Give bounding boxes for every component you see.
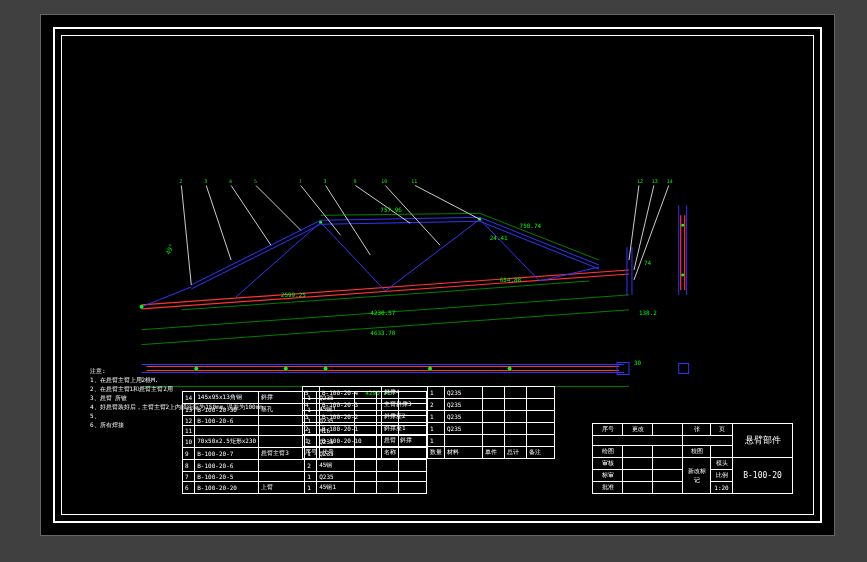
note-1: 1、在悬臂主臂上用2根M.: [90, 375, 450, 384]
svg-text:4: 4: [229, 178, 232, 184]
drawing-border-inner: 2 3 4 5 7 3 9 10 11 12 13 14 757.96 750.…: [61, 35, 814, 515]
bom-table-lower: 14145x95x13角钢斜撑1Q23513B-100-20-30基孔145钢1…: [182, 391, 427, 494]
bom-row: 12B-100-20-61Q235: [183, 416, 427, 426]
rev-mark-label: 新改标记: [683, 458, 711, 494]
dim-h3: 24.41: [490, 234, 508, 241]
svg-point-22: [508, 367, 512, 371]
svg-point-1: [319, 221, 322, 224]
svg-text:9: 9: [353, 178, 356, 184]
bom-row: 111M16: [183, 426, 427, 436]
svg-text:3: 3: [324, 178, 327, 184]
notes-heading: 注意:: [90, 366, 450, 375]
bom-row: 8B-100-20-6245钢: [183, 460, 427, 472]
svg-text:2: 2: [179, 178, 182, 184]
svg-text:7: 7: [299, 178, 302, 184]
svg-text:12: 12: [637, 178, 643, 184]
dim-angle: 49°: [164, 243, 175, 256]
svg-point-15: [681, 224, 684, 227]
bom-row: 6B-100-20-20上臂145钢1: [183, 482, 427, 494]
svg-point-16: [681, 274, 684, 277]
svg-text:13: 13: [652, 178, 658, 184]
bom-row: 1070x50x2.5矩形x2302Q235: [183, 436, 427, 448]
bom-row: 7B-100-20-51Q235: [183, 472, 427, 482]
dim-top1: 757.96: [380, 206, 402, 213]
dim-h1: 138.2: [639, 309, 657, 316]
dim-mid3: 4230.57: [370, 309, 396, 316]
svg-point-0: [140, 305, 144, 309]
svg-text:3: 3: [204, 178, 207, 184]
bom-row: 13B-100-20-30基孔145钢1: [183, 404, 427, 416]
dim-w1: 30: [634, 359, 642, 366]
dim-h2: 74: [644, 259, 652, 266]
dim-bottom: 4633.70: [370, 329, 396, 336]
bom-row: 14145x95x13角钢斜撑1Q235: [183, 392, 427, 404]
drawing-border-outer: 2 3 4 5 7 3 9 10 11 12 13 14 757.96 750.…: [53, 27, 822, 523]
scale-value: 1:20: [711, 482, 733, 494]
svg-text:11: 11: [411, 178, 417, 184]
svg-rect-23: [679, 364, 689, 374]
cad-viewport: 2 3 4 5 7 3 9 10 11 12 13 14 757.96 750.…: [40, 14, 835, 536]
dim-mid2: 654.88: [500, 276, 522, 283]
svg-text:5: 5: [254, 178, 257, 184]
dim-mid1: 2599.25: [281, 291, 307, 298]
dim-top2: 750.74: [520, 222, 542, 229]
svg-text:14: 14: [667, 178, 673, 184]
svg-text:10: 10: [381, 178, 387, 184]
drawing-number: B-100-20: [733, 458, 793, 494]
bom-row: 9B-100-20-7悬臂主臂31Q235: [183, 448, 427, 460]
title-block: 序号 更改 张 页 悬臂部件 绘图 校图 审核 新改标记 模头 B: [592, 423, 793, 494]
drawing-title: 悬臂部件: [733, 424, 793, 458]
